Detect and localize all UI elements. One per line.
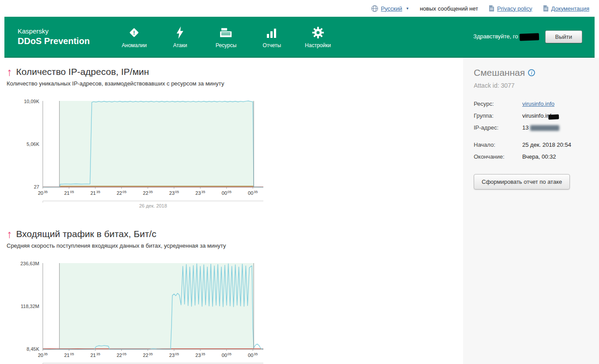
chart-svg: 10,09K5,06K27203521052135220522352305233…: [19, 96, 273, 209]
y-tick-label: 236,63M: [20, 261, 39, 266]
app-logo: Kaspersky DDoS Prevention: [18, 27, 90, 46]
lightning-icon: [175, 25, 185, 39]
attack-period-band: [60, 101, 254, 187]
documentation-item[interactable]: Документация: [543, 5, 590, 12]
nav-label: Отчеты: [263, 42, 281, 48]
end-time-value: Вчера, 00:32: [522, 153, 556, 160]
chart-title: Входящий трафик в битах, Бит/с: [16, 229, 157, 239]
y-tick-label: 118,32M: [21, 304, 39, 309]
logo-product: DDoS Prevention: [18, 36, 90, 46]
y-tick-label: 5,06K: [26, 141, 39, 147]
x-tick-label: 2205: [116, 190, 127, 196]
nav-label: Настройки: [305, 42, 331, 48]
privacy-policy-link[interactable]: Privacy policy: [497, 5, 532, 12]
gear-icon: [311, 25, 325, 39]
date-axis-label: 26 дек. 2018: [139, 203, 167, 208]
chart-subtitle: Средняя скорость поступления входящих да…: [7, 242, 463, 249]
logo-brand: Kaspersky: [18, 27, 90, 35]
x-tick-label: 2035: [38, 190, 48, 196]
language-selector[interactable]: Русский ▼: [371, 5, 409, 12]
chart-subtitle: Количество уникальных IP-адресов, взаимо…: [7, 80, 463, 87]
x-tick-label: 2335: [195, 352, 206, 358]
chart-traffic-bits: 236,63M118,32M8,45K203521052135220522352…: [19, 258, 463, 364]
x-tick-label: 2235: [143, 352, 153, 358]
charts-column: ↑ Количество IP-адресов, IP/мин Количест…: [0, 58, 463, 364]
start-time-value: 25 дек. 2018 20:54: [522, 141, 571, 148]
nav-item-settings[interactable]: Настройки: [305, 25, 331, 48]
x-tick-label: 2205: [116, 352, 127, 358]
chart-section-traffic-bits: ↑ Входящий трафик в битах, Бит/с Средняя…: [7, 229, 463, 364]
y-tick-label: 8,45K: [26, 346, 39, 352]
main-area: ↑ Количество IP-адресов, IP/мин Количест…: [0, 58, 599, 364]
y-tick-label: 10,09K: [24, 99, 40, 104]
field-label: Ресурс:: [474, 100, 522, 107]
privacy-policy-item[interactable]: Privacy policy: [489, 5, 532, 12]
x-tick-label: 2235: [143, 190, 153, 196]
header-right: Здравствуйте, го Выйти: [473, 30, 582, 43]
incoming-direction-arrow-icon: ↑: [7, 67, 12, 76]
top-utility-bar: Русский ▼ новых сообщений нет Privacy po…: [0, 0, 599, 17]
messages-status: новых сообщений нет: [420, 5, 478, 12]
x-tick-label: 2135: [90, 352, 101, 358]
x-tick-label: 0035: [248, 190, 258, 196]
group-value: virusinfo.info: [522, 112, 559, 119]
x-tick-label: 2305: [169, 190, 180, 196]
redacted-group-suffix: [548, 114, 559, 119]
nav-label: Ресурсы: [216, 42, 236, 48]
anomaly-diamond-icon: !: [127, 25, 141, 39]
nav-label: Аномалии: [122, 42, 147, 48]
user-greeting: Здравствуйте, го: [473, 33, 539, 41]
chart-svg: 236,63M118,32M8,45K203521052135220522352…: [19, 258, 273, 364]
attack-type-title: Смешанная: [474, 67, 525, 78]
chart-ip-count: 10,09K5,06K27203521052135220522352305233…: [19, 96, 463, 211]
attack-fields: Ресурс: virusinfo.info Группа: virusinfo…: [474, 100, 588, 160]
x-tick-label: 2035: [38, 352, 48, 358]
document-icon: [489, 5, 494, 12]
app-header: Kaspersky DDoS Prevention ! Аномалии Ата…: [4, 17, 595, 58]
attack-id: Attack id: 3077: [474, 82, 588, 89]
nav-item-attacks[interactable]: Атаки: [167, 25, 193, 48]
incoming-direction-arrow-icon: ↑: [7, 230, 12, 238]
attack-details-panel: Смешанная i Attack id: 3077 Ресурс: viru…: [463, 58, 599, 364]
bar-chart-icon: [266, 25, 278, 39]
x-tick-label: 0005: [222, 352, 232, 358]
chart-section-ip-count: ↑ Количество IP-адресов, IP/мин Количест…: [7, 67, 463, 211]
logout-button[interactable]: Выйти: [545, 30, 583, 43]
x-tick-label: 2105: [64, 352, 74, 358]
redacted-ip: [530, 125, 559, 131]
document-icon: [543, 5, 549, 12]
x-tick-label: 2105: [64, 190, 74, 196]
nav-label: Атаки: [173, 42, 187, 48]
x-tick-label: 2335: [195, 190, 206, 196]
redacted-username: [519, 33, 539, 41]
x-tick-label: 2135: [90, 190, 101, 196]
field-label: Группа:: [474, 112, 522, 119]
field-label: Начало:: [474, 141, 522, 148]
x-tick-label: 0005: [222, 190, 232, 196]
documentation-link[interactable]: Документация: [551, 5, 590, 12]
svg-text:!: !: [133, 30, 135, 36]
info-icon[interactable]: i: [528, 69, 535, 76]
language-link[interactable]: Русский: [381, 5, 402, 12]
chart-title: Количество IP-адресов, IP/мин: [16, 67, 149, 77]
ip-value: 13: [522, 124, 559, 131]
globe-icon: [371, 5, 378, 12]
field-resource: Ресурс: virusinfo.info: [474, 100, 588, 107]
field-label: Окончание:: [474, 153, 522, 160]
nav-item-resources[interactable]: Ресурсы: [213, 25, 239, 48]
field-group: Группа: virusinfo.info: [474, 112, 588, 119]
x-tick-label: 2305: [169, 352, 180, 358]
nav-item-reports[interactable]: Отчеты: [259, 25, 285, 48]
field-ip-address: IP-адрес: 13: [474, 124, 588, 131]
field-start-time: Начало: 25 дек. 2018 20:54: [474, 141, 588, 148]
x-tick-label: 0035: [248, 352, 258, 358]
field-label: IP-адрес:: [474, 124, 522, 131]
chevron-down-icon: ▼: [406, 7, 409, 11]
main-nav: ! Аномалии Атаки Ресурсы: [121, 25, 331, 48]
resource-link[interactable]: virusinfo.info: [522, 100, 554, 107]
field-end-time: Окончание: Вчера, 00:32: [474, 153, 588, 160]
server-icon: [219, 25, 232, 39]
nav-item-anomalies[interactable]: ! Аномалии: [121, 25, 147, 48]
generate-attack-report-button[interactable]: Сформировать отчет по атаке: [474, 174, 570, 189]
y-tick-label: 27: [34, 184, 39, 189]
